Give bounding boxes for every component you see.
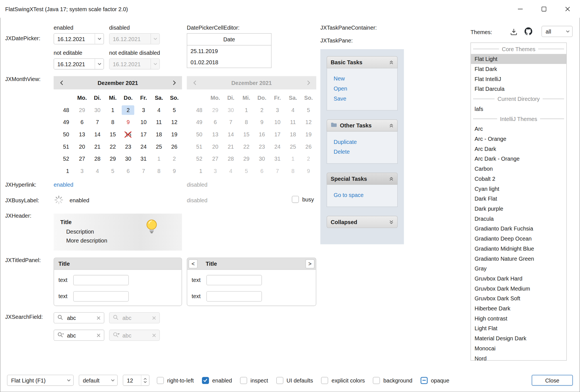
checkbox-ui-defaults[interactable] [276,377,283,384]
collapse-icon[interactable] [389,60,393,65]
close-window-button[interactable] [556,0,579,18]
day-cell[interactable]: 7 [136,166,151,176]
font-size-spinner[interactable]: 12 [123,375,149,386]
maximize-button[interactable] [532,0,556,18]
theme-list-item[interactable]: Gray [471,263,566,274]
clear-button[interactable] [96,316,101,320]
checkbox-opaque[interactable] [421,377,428,384]
day-cell[interactable]: 1 [151,154,167,163]
day-cell[interactable]: 1 [105,105,121,115]
theme-list-item[interactable]: Gradianto Deep Ocean [471,234,566,244]
themes-filter-combo[interactable]: all [541,26,572,37]
next-button[interactable]: > [306,259,315,268]
day-cell[interactable]: 30 [90,105,105,115]
chevron-down-icon[interactable] [95,34,104,44]
day-cell[interactable]: 24 [136,142,151,151]
theme-list-item[interactable]: Flat Darcula [471,84,566,94]
theme-list-item[interactable]: Arc [471,124,566,134]
theme-list-item[interactable]: Material Design Dark [471,333,566,343]
search-input-value[interactable]: abc [67,315,94,321]
theme-list-item[interactable]: Gradianto Dark Fuchsia [471,224,566,234]
text-input[interactable] [206,291,262,301]
theme-list-item[interactable]: Carbon [471,164,566,174]
day-cell[interactable]: 28 [90,154,105,163]
collapse-icon[interactable] [389,123,393,128]
theme-list-item[interactable]: Flat Light [471,54,566,64]
prev-month-button[interactable] [56,77,66,88]
theme-list-item[interactable]: Gruvbox Dark Hard [471,274,566,284]
task-link[interactable]: New [334,73,397,84]
task-link[interactable]: Go to space [334,190,397,200]
task-link[interactable]: Duplicate [334,137,397,147]
text-input[interactable] [73,275,129,285]
theme-list-item[interactable]: Arc Dark [471,144,566,154]
day-cell[interactable]: 6 [121,166,136,176]
theme-list-item[interactable]: Light Flat [471,323,566,333]
search-icon[interactable] [57,314,64,321]
day-cell[interactable]: 16 [121,130,136,139]
day-cell[interactable]: 13 [74,130,90,139]
theme-list-item[interactable]: Gradianto Nature Green [471,253,566,263]
datepicker-enabled[interactable]: 16.12.2021 [54,33,104,44]
search-field-with-menu[interactable]: abc [54,330,104,341]
theme-list-item[interactable]: Gruvbox Dark Medium [471,284,566,294]
expand-icon[interactable] [389,220,393,224]
search-menu-icon[interactable] [57,332,64,339]
task-pane-header[interactable]: Other Tasks [327,119,398,132]
day-cell[interactable]: 12 [167,117,182,127]
day-cell[interactable]: 15 [105,130,121,139]
text-input[interactable] [73,291,129,301]
theme-list-item[interactable]: Flat IntelliJ [471,74,566,84]
checkbox-right-to-left[interactable] [157,377,164,384]
hyperlink-enabled[interactable]: enabled [54,181,74,187]
theme-list-item[interactable]: High contrast [471,313,566,324]
theme-list-item[interactable]: Cobalt 2 [471,174,566,184]
day-cell[interactable]: 3 [74,166,90,176]
day-cell[interactable]: 9 [121,117,136,127]
day-cell[interactable]: 29 [105,154,121,163]
checkbox-enabled[interactable] [202,377,209,384]
day-cell[interactable]: 29 [74,105,90,115]
task-link[interactable]: Open [334,84,397,94]
day-cell[interactable]: 4 [90,166,105,176]
day-cell[interactable]: 3 [136,105,151,115]
day-cell[interactable]: 21 [90,142,105,151]
day-cell[interactable]: 5 [105,166,121,176]
theme-list-item[interactable]: Nord [471,353,566,361]
theme-list-item[interactable]: Dark Flat [471,194,566,204]
table-row[interactable]: 01.02.2018 [187,56,271,68]
day-cell[interactable]: 8 [151,166,167,176]
text-input[interactable] [206,275,262,285]
search-field[interactable]: abc [54,312,104,324]
day-cell[interactable]: 19 [167,130,182,139]
collapse-icon[interactable] [389,177,393,181]
day-cell[interactable]: 2 [167,154,182,163]
theme-list-item[interactable]: Flat Dark [471,64,566,74]
theme-list-item[interactable]: Arc - Orange [471,134,566,144]
spinner-up-icon[interactable] [143,378,147,380]
theme-list-item[interactable]: Cyan light [471,184,566,194]
day-cell[interactable]: 2 [121,105,136,115]
day-cell[interactable]: 20 [74,142,90,151]
task-pane-header[interactable]: Collapsed [327,216,398,228]
font-combo[interactable]: default [79,375,118,386]
day-cell[interactable]: 9 [167,166,182,176]
day-cell[interactable]: 18 [151,130,167,139]
day-cell[interactable]: 22 [105,142,121,151]
theme-list-item[interactable]: Monocai [471,343,566,353]
day-cell[interactable]: 5 [167,105,182,115]
spinner-down-icon[interactable] [143,381,147,383]
day-cell[interactable]: 14 [90,130,105,139]
theme-list-item[interactable]: Arc Dark - Orange [471,154,566,164]
day-cell[interactable]: 10 [136,117,151,127]
day-cell[interactable]: 7 [90,117,105,127]
theme-list-item[interactable]: lafs [471,104,566,114]
prev-button[interactable]: < [189,259,198,268]
day-cell[interactable]: 30 [121,154,136,163]
busy-checkbox[interactable] [292,196,299,203]
day-cell[interactable]: 27 [74,154,90,163]
minimize-button[interactable] [508,0,532,18]
task-link[interactable]: Delete [334,147,397,157]
download-themes-button[interactable] [510,28,518,37]
laf-combo[interactable]: Flat Light (F1) [7,375,74,386]
